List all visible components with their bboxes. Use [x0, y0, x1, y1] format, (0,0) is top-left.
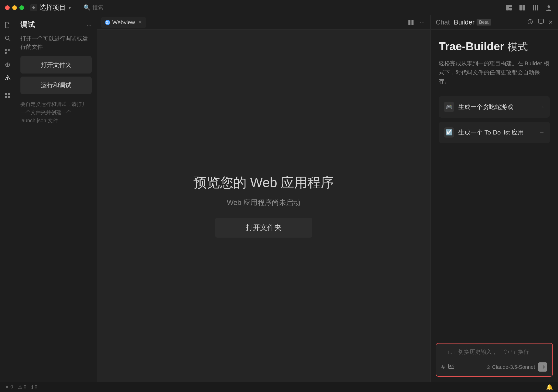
history-panel-icon[interactable]: [527, 18, 533, 27]
svg-point-22: [7, 79, 8, 80]
webview-tab[interactable]: Webview ✕: [101, 17, 146, 28]
status-warnings[interactable]: ⚠ 0: [18, 384, 26, 390]
suggestion-text-1: 生成一个 To-Do list 应用: [458, 128, 535, 137]
status-info[interactable]: ℹ 0: [31, 384, 37, 390]
suggestion-arrow-0: →: [539, 104, 545, 110]
warning-count: 0: [24, 384, 26, 390]
center-header-right: ···: [407, 18, 426, 27]
svg-rect-31: [411, 20, 414, 25]
svg-rect-3: [509, 8, 512, 10]
user-icon[interactable]: [545, 4, 553, 12]
chat-tab[interactable]: Chat: [436, 17, 450, 27]
sidebar-item-extensions[interactable]: [2, 59, 13, 70]
suggestion-icon-1: ☑️: [444, 127, 454, 138]
left-panel-header: 调试 ···: [15, 15, 97, 34]
svg-point-9: [548, 5, 550, 8]
close-button[interactable]: [5, 5, 10, 10]
minimize-button[interactable]: [12, 5, 17, 10]
sidebar-item-grid[interactable]: [2, 90, 13, 101]
chat-history-icon[interactable]: [538, 18, 544, 27]
beta-badge: Beta: [477, 19, 491, 26]
app-logo: 选择项目 ▾: [30, 3, 71, 12]
sidebar: [0, 15, 15, 382]
logo-icon: [30, 4, 37, 11]
hashtag-icon[interactable]: #: [441, 363, 445, 371]
suggestion-item-1[interactable]: ☑️ 生成一个 To-Do list 应用 →: [439, 122, 550, 143]
right-panel-close-icon[interactable]: ✕: [548, 19, 553, 26]
svg-rect-1: [506, 5, 509, 10]
svg-point-11: [5, 36, 9, 40]
titlebar-right: [505, 4, 553, 12]
center-panel: Webview ✕ ··· 预览您的 Web 应用程序 Web 应用程序尚未启动…: [97, 15, 430, 382]
svg-rect-8: [537, 5, 538, 10]
traffic-lights: [5, 5, 24, 10]
right-panel-header: Chat Builder Beta ✕: [431, 15, 558, 30]
svg-rect-30: [408, 20, 410, 25]
right-panel: Chat Builder Beta ✕ Trae-Builder 模式 轻松完成…: [430, 15, 558, 382]
model-name: Claude-3.5-Sonnet: [492, 364, 535, 370]
builder-content: Trae-Builder 模式 轻松完成从零到一的项目构建。在 Builder …: [431, 30, 558, 343]
image-icon[interactable]: [448, 363, 455, 371]
input-area: 「↑↓」切换历史输入，「⇧↩」换行 # ⊙ Claude-3.5-Sonnet: [431, 343, 558, 382]
more-options-icon[interactable]: ···: [87, 21, 92, 28]
open-folder-center-button[interactable]: 打开文件夹: [215, 218, 312, 238]
chat-input-box[interactable]: 「↑↓」切换历史输入，「⇧↩」换行 # ⊙ Claude-3.5-Sonnet: [436, 343, 553, 377]
run-debug-button[interactable]: 运行和调试: [20, 77, 92, 94]
layout-icon-1[interactable]: [505, 4, 513, 12]
sidebar-item-files[interactable]: [2, 19, 13, 31]
project-dropdown-icon[interactable]: ▾: [68, 5, 71, 11]
suggestion-item-0[interactable]: 🎮 生成一个贪吃蛇游戏 →: [439, 96, 550, 118]
split-view-icon[interactable]: [407, 18, 415, 27]
svg-rect-24: [8, 93, 10, 95]
status-right: 🔔: [546, 384, 553, 390]
webview-tab-label: Webview: [112, 19, 135, 26]
more-options-center-icon[interactable]: ···: [418, 18, 426, 27]
svg-rect-34: [448, 364, 454, 369]
info-icon: ℹ: [31, 384, 33, 390]
search-label: 搜索: [92, 4, 104, 11]
tab-close-icon[interactable]: ✕: [138, 20, 142, 25]
builder-title-row: Trae-Builder 模式: [439, 40, 550, 54]
send-button[interactable]: [538, 362, 547, 372]
svg-rect-23: [5, 93, 7, 95]
svg-rect-6: [533, 5, 534, 10]
builder-tab[interactable]: Builder Beta: [454, 18, 491, 26]
right-header-icons: ✕: [527, 18, 553, 27]
notification-icon[interactable]: 🔔: [546, 384, 553, 390]
titlebar: 选择项目 ▾ 🔍 搜索: [0, 0, 558, 15]
builder-title: Trae-Builder: [439, 40, 504, 53]
svg-point-14: [5, 52, 7, 54]
left-panel-note: 要自定义运行和调试，请打开一个文件夹并创建一个 launch.json 文件: [15, 94, 97, 131]
svg-point-27: [106, 21, 109, 24]
project-name[interactable]: 选择项目: [39, 3, 66, 12]
left-panel: 调试 ··· 打开一个可以进行调试或运行的文件 打开文件夹 运行和调试 要自定义…: [15, 15, 97, 382]
error-count: 0: [10, 384, 13, 390]
layout-icon-2[interactable]: [518, 4, 526, 12]
builder-tab-label: Builder: [454, 18, 475, 26]
chat-input-footer: # ⊙ Claude-3.5-Sonnet: [441, 362, 547, 372]
model-selector[interactable]: ⊙ Claude-3.5-Sonnet: [486, 364, 535, 370]
preview-title: 预览您的 Web 应用程序: [193, 174, 334, 192]
builder-description: 轻松完成从零到一的项目构建。在 Builder 模式下，对代码文件的任何更改都会…: [439, 59, 550, 86]
left-panel-buttons: 打开文件夹 运行和调试: [15, 56, 97, 94]
layout-icon-3[interactable]: [531, 4, 540, 12]
search-area[interactable]: 🔍 搜索: [83, 4, 104, 11]
center-panel-header: Webview ✕ ···: [97, 15, 430, 30]
status-errors[interactable]: ✕ 0: [5, 384, 13, 390]
sidebar-item-git[interactable]: [2, 46, 13, 57]
model-icon: ⊙: [486, 364, 491, 370]
sidebar-item-search[interactable]: [2, 33, 13, 44]
maximize-button[interactable]: [19, 5, 24, 10]
suggestion-arrow-1: →: [539, 129, 545, 136]
svg-rect-26: [8, 96, 10, 98]
chat-input-placeholder: 「↑↓」切换历史输入，「⇧↩」换行: [441, 348, 547, 358]
preview-subtitle: Web 应用程序尚未启动: [227, 198, 301, 207]
svg-line-12: [8, 39, 10, 41]
svg-rect-25: [5, 96, 7, 98]
warning-icon: ⚠: [18, 384, 22, 390]
builder-mode-text: 模式: [507, 40, 528, 54]
sidebar-item-debug[interactable]: [2, 72, 13, 84]
open-folder-button[interactable]: 打开文件夹: [20, 56, 92, 74]
svg-rect-7: [535, 5, 536, 10]
sidebar-divider: [4, 87, 12, 87]
